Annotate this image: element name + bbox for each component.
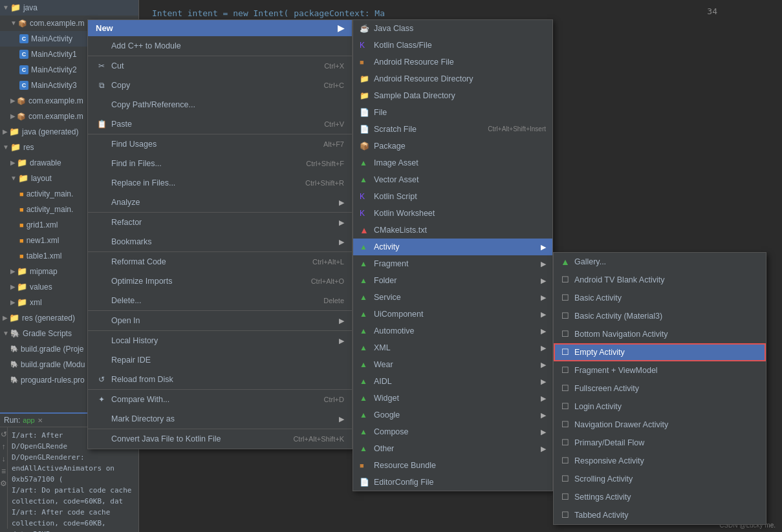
menu-item-replace-files[interactable]: Replace in Files... Ctrl+Shift+R	[88, 173, 352, 193]
menu-item-label: Automotive	[374, 325, 415, 337]
run-icon-down[interactable]: ↓	[2, 454, 6, 463]
menu2-item-cmake[interactable]: ▲ CMakeLists.txt	[353, 222, 552, 239]
menu2-item-google[interactable]: ▲ Google ▶	[353, 407, 552, 423]
menu2-item-other[interactable]: ▲ Other ▶	[353, 440, 552, 457]
menu-item-compare-with[interactable]: ✦ Compare With... Ctrl+D	[88, 390, 352, 409]
menu2-item-kotlin-script[interactable]: K Kotlin Script	[353, 188, 552, 205]
run-icon-lines[interactable]: ≡	[1, 467, 6, 476]
sidebar-label: res (generated)	[22, 312, 75, 325]
menu-item-label: Resource Bundle	[374, 459, 436, 472]
menu2-item-scratch-file[interactable]: 📄 Scratch File Ctrl+Alt+Shift+Insert	[353, 121, 552, 138]
sidebar-label: java	[23, 1, 38, 14]
menu-item-delete[interactable]: Delete... Delete	[88, 291, 352, 311]
widget-icon: ▲	[360, 392, 370, 405]
menu3-item-empty-activity[interactable]: ☐ Empty Activity	[554, 343, 766, 361]
menu-item-label: Convert Java File to Kotlin File	[111, 432, 221, 446]
menu2-item-package[interactable]: 📦 Package	[353, 138, 552, 154]
menu-item-label: Android TV Blank Activity	[574, 273, 664, 286]
menu-item-cut[interactable]: ✂ Cut Ctrl+X	[88, 56, 352, 76]
menu3-item-tabbed[interactable]: ☐ Tabbed Activity	[554, 506, 766, 524]
history-submenu-arrow: ▶	[339, 334, 344, 348]
run-close-tab[interactable]: ✕	[38, 417, 43, 424]
run-label: Run:	[4, 416, 20, 425]
menu-item-label: AIDL	[374, 375, 392, 388]
menu3-item-settings[interactable]: ☐ Settings Activity	[554, 488, 766, 506]
menu2-item-xml[interactable]: ▲ XML ▶	[353, 339, 552, 356]
menu-item-mark-directory[interactable]: Mark Directory as ▶	[88, 409, 352, 429]
menu1-header: New ▶	[88, 20, 352, 36]
menu-item-convert-kotlin[interactable]: Convert Java File to Kotlin File Ctrl+Al…	[88, 429, 352, 449]
menu3-item-gallery[interactable]: ▲ Gallery...	[554, 253, 766, 271]
menu-item-repair-ide[interactable]: Repair IDE	[88, 350, 352, 370]
google-icon: ▲	[360, 409, 370, 421]
cmake-icon: ▲	[360, 224, 370, 237]
run-icon-refresh[interactable]: ↺	[1, 430, 7, 439]
sample-data-icon: 📁	[360, 89, 370, 102]
menu2-item-resource-bundle[interactable]: ■ Resource Bundle	[353, 457, 552, 474]
sidebar-item-java[interactable]: ▼ 📁 java	[0, 0, 138, 16]
menu2-item-sample-data[interactable]: 📁 Sample Data Directory	[353, 87, 552, 104]
menu3-item-scrolling[interactable]: ☐ Scrolling Activity	[554, 470, 766, 488]
menu-item-paste[interactable]: 📋 Paste Ctrl+V	[88, 114, 352, 134]
menu-item-reformat[interactable]: Reformat Code Ctrl+Alt+L	[88, 252, 352, 271]
menu2-item-vector-asset[interactable]: ▲ Vector Asset	[353, 171, 552, 188]
menu-item-find-usages[interactable]: Find Usages Alt+F7	[88, 134, 352, 154]
menu3-item-fullscreen[interactable]: ☐ Fullscreen Activity	[554, 379, 766, 398]
run-icon-up[interactable]: ↑	[2, 442, 6, 451]
menu2-item-aidl[interactable]: ▲ AIDL ▶	[353, 373, 552, 390]
menu-item-analyze[interactable]: Analyze ▶	[88, 193, 352, 213]
menu-item-open-in[interactable]: Open In ▶	[88, 311, 352, 331]
menu1-title: New	[96, 23, 113, 33]
expand-arrow: ▼	[3, 1, 9, 14]
shortcut-optimize: Ctrl+Alt+O	[311, 274, 344, 288]
menu3-item-bottom-nav[interactable]: ☐ Bottom Navigation Activity	[554, 325, 766, 343]
page-icon: ☐	[560, 509, 570, 522]
menu-item-label: Reload from Disk	[111, 372, 173, 387]
page-icon: ☐	[560, 400, 570, 413]
menu-item-copy-path[interactable]: Copy Path/Reference...	[88, 95, 352, 114]
shortcut-find-usages: Alt+F7	[323, 137, 344, 151]
menu3-item-basic-activity[interactable]: ☐ Basic Activity	[554, 289, 766, 307]
menu3-item-basic-activity-material3[interactable]: ☐ Basic Activity (Material3)	[554, 307, 766, 325]
menu2-item-wear[interactable]: ▲ Wear ▶	[353, 356, 552, 373]
menu-item-bookmarks[interactable]: Bookmarks ▶	[88, 232, 352, 252]
menu2-item-uicomponent[interactable]: ▲ UiComponent ▶	[353, 306, 552, 323]
line-number: 34	[707, 6, 717, 16]
menu2-item-android-resource-file[interactable]: ■ Android Resource File	[353, 54, 552, 70]
menu2-item-kotlin-worksheet[interactable]: K Kotlin Worksheet	[353, 205, 552, 222]
menu2-item-image-asset[interactable]: ▲ Image Asset	[353, 154, 552, 171]
menu-item-label: Bookmarks	[111, 235, 152, 249]
menu2-item-java-class[interactable]: ☕ Java Class	[353, 20, 552, 37]
menu-item-reload[interactable]: ↺ Reload from Disk	[88, 370, 352, 390]
menu2-item-automotive[interactable]: ▲ Automotive ▶	[353, 323, 552, 339]
page-icon: ☐	[560, 491, 570, 504]
menu-item-local-history[interactable]: Local History ▶	[88, 331, 352, 350]
menu2-item-service[interactable]: ▲ Service ▶	[353, 289, 552, 306]
menu-item-refactor[interactable]: Refactor ▶	[88, 213, 352, 232]
menu2-item-kotlin-class[interactable]: K Kotlin Class/File	[353, 37, 552, 54]
sidebar-label: grid1.xml	[27, 218, 58, 231]
menu2-item-android-resource-dir[interactable]: 📁 Android Resource Directory	[353, 70, 552, 87]
image-asset-icon: ▲	[360, 156, 370, 169]
menu-item-add-cpp[interactable]: Add C++ to Module	[88, 36, 352, 56]
menu2-item-folder[interactable]: ▲ Folder ▶	[353, 272, 552, 289]
menu3-item-responsive[interactable]: ☐ Responsive Activity	[554, 452, 766, 470]
vector-asset-icon: ▲	[360, 173, 370, 186]
menu3-item-primary-detail[interactable]: ☐ Primary/Detail Flow	[554, 434, 766, 452]
menu2-item-file[interactable]: 📄 File	[353, 104, 552, 121]
run-icon-settings[interactable]: ⚙	[0, 479, 7, 488]
menu-item-label: Mark Directory as	[111, 412, 175, 426]
menu-item-optimize-imports[interactable]: Optimize Imports Ctrl+Alt+O	[88, 271, 352, 291]
menu2-item-widget[interactable]: ▲ Widget ▶	[353, 390, 552, 407]
menu-item-copy[interactable]: ⧉ Copy Ctrl+C	[88, 76, 352, 95]
menu-item-find-in-files[interactable]: Find in Files... Ctrl+Shift+F	[88, 154, 352, 173]
kotlin-script-icon: K	[360, 190, 370, 203]
menu2-item-compose[interactable]: ▲ Compose ▶	[353, 423, 552, 440]
menu2-item-editorconfig[interactable]: 📄 EditorConfig File	[353, 474, 552, 491]
menu2-item-activity[interactable]: ▲ Activity ▶	[353, 239, 552, 255]
menu3-item-android-tv[interactable]: ☐ Android TV Blank Activity	[554, 271, 766, 289]
menu2-item-fragment[interactable]: ▲ Fragment ▶	[353, 255, 552, 272]
menu3-item-nav-drawer[interactable]: ☐ Navigation Drawer Activity	[554, 416, 766, 434]
menu3-item-fragment-viewmodel[interactable]: ☐ Fragment + ViewModel	[554, 361, 766, 379]
menu3-item-login[interactable]: ☐ Login Activity	[554, 398, 766, 416]
